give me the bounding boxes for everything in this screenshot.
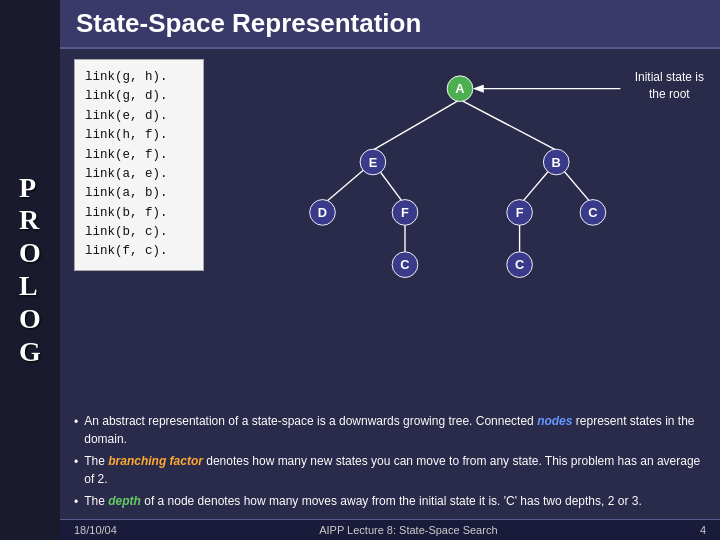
code-line-9: link(b, c).: [85, 223, 193, 242]
bullet-dot-2: •: [74, 453, 78, 488]
footer-title: AIPP Lecture 8: State-Space Search: [319, 524, 497, 536]
code-line-4: link(h, f).: [85, 126, 193, 145]
svg-text:C: C: [400, 257, 409, 272]
code-block: link(g, h). link(g, d). link(e, d). link…: [74, 59, 204, 271]
svg-text:F: F: [516, 205, 524, 220]
sidebar-letter-g: G: [19, 337, 41, 368]
code-line-3: link(e, d).: [85, 107, 193, 126]
bullet-item-3: • The depth of a node denotes how many m…: [74, 492, 706, 511]
bullet-item-2: • The branching factor denotes how many …: [74, 452, 706, 488]
code-line-5: link(e, f).: [85, 146, 193, 165]
svg-text:E: E: [369, 155, 378, 170]
code-line-2: link(g, d).: [85, 87, 193, 106]
bullet-item-1: • An abstract representation of a state-…: [74, 412, 706, 448]
bullet-dot-3: •: [74, 493, 78, 511]
main-content: State-Space Representation link(g, h). l…: [60, 0, 720, 540]
sidebar: P R O L O G: [0, 0, 60, 540]
svg-text:D: D: [318, 205, 327, 220]
code-line-1: link(g, h).: [85, 68, 193, 87]
bullet-dot-1: •: [74, 413, 78, 448]
svg-text:C: C: [588, 205, 597, 220]
bullet-text-1: An abstract representation of a state-sp…: [84, 412, 706, 448]
svg-text:A: A: [455, 81, 464, 96]
svg-line-0: [373, 100, 460, 150]
bullet-list: • An abstract representation of a state-…: [60, 408, 720, 519]
code-line-7: link(a, b).: [85, 184, 193, 203]
svg-text:F: F: [401, 205, 409, 220]
svg-text:B: B: [552, 155, 561, 170]
content-area: link(g, h). link(g, d). link(e, d). link…: [60, 49, 720, 408]
svg-text:C: C: [515, 257, 524, 272]
page-title: State-Space Representation: [60, 0, 720, 49]
sidebar-letter-p: P: [19, 173, 41, 204]
branching-factor-keyword: branching factor: [108, 454, 203, 468]
bullet-text-2: The branching factor denotes how many ne…: [84, 452, 706, 488]
nodes-keyword: nodes: [537, 414, 572, 428]
sidebar-letter-r: R: [19, 205, 41, 236]
depth-keyword: depth: [108, 494, 141, 508]
footer: 18/10/04 AIPP Lecture 8: State-Space Sea…: [60, 519, 720, 540]
code-line-10: link(f, c).: [85, 242, 193, 261]
footer-date: 18/10/04: [74, 524, 117, 536]
tree-area: A E B D F F C: [214, 63, 706, 402]
bullet-text-3: The depth of a node denotes how many mov…: [84, 492, 642, 511]
code-line-8: link(b, f).: [85, 204, 193, 223]
code-line-6: link(a, e).: [85, 165, 193, 184]
sidebar-letter-o2: O: [19, 304, 41, 335]
tree-svg: A E B D F F C: [214, 63, 706, 283]
svg-line-1: [460, 100, 556, 150]
initial-state-text: Initial state isthe root: [635, 70, 704, 101]
sidebar-letter-l: L: [19, 271, 41, 302]
sidebar-letters: P R O L O G: [19, 173, 41, 368]
sidebar-letter-o1: O: [19, 238, 41, 269]
footer-page: 4: [700, 524, 706, 536]
initial-state-label: Initial state isthe root: [635, 69, 704, 103]
